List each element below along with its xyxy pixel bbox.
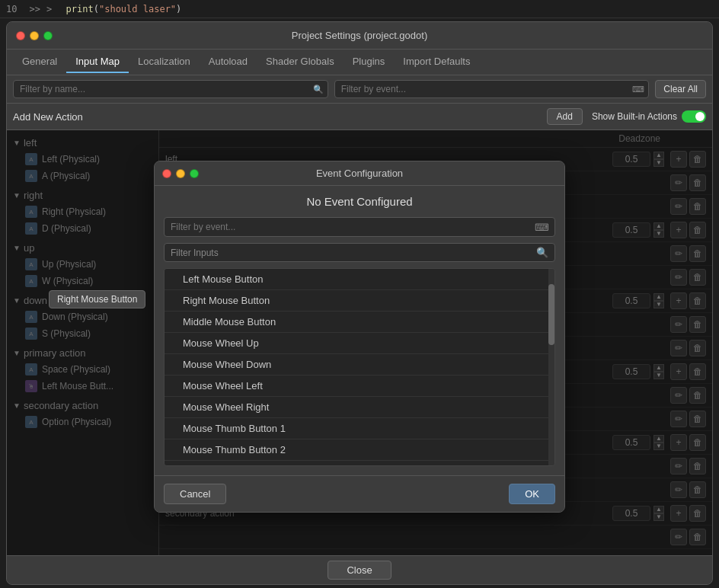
list-item[interactable]: Joypad Buttons... bbox=[165, 461, 554, 466]
list-item[interactable]: Mouse Thumb Button 2 bbox=[165, 439, 554, 461]
close-button[interactable]: Close bbox=[328, 561, 391, 580]
list-item[interactable]: Mouse Wheel Right bbox=[165, 397, 554, 418]
filter-name-input[interactable] bbox=[13, 80, 328, 98]
dialog-close-light[interactable] bbox=[162, 169, 171, 178]
tab-autoload[interactable]: Autoload bbox=[200, 51, 257, 73]
event-dialog-footer: Cancel OK bbox=[155, 475, 564, 512]
add-action-label: Add New Action bbox=[13, 111, 547, 123]
scrollbar-thumb[interactable] bbox=[548, 284, 554, 345]
close-traffic-light[interactable] bbox=[16, 31, 25, 40]
filter-name-wrap: 🔍 bbox=[13, 80, 328, 98]
scrollbar-track bbox=[548, 269, 554, 465]
list-item[interactable]: Mouse Thumb Button 1 bbox=[165, 418, 554, 439]
show-built-in-container: Show Built-in Actions bbox=[592, 110, 706, 123]
event-configuration-dialog: Event Configuration No Event Configured … bbox=[154, 161, 565, 513]
filter-inputs-bar[interactable]: Filter Inputs 🔍 bbox=[164, 243, 555, 262]
add-action-button[interactable]: Add bbox=[547, 108, 583, 125]
bottom-bar: Close bbox=[7, 555, 712, 584]
event-list: Left Mouse Button Right Mouse Button Mid… bbox=[164, 268, 555, 466]
search-name-icon: 🔍 bbox=[313, 85, 324, 94]
event-dialog-body: No Event Configured ⌨ Filter Inputs 🔍 Le… bbox=[155, 186, 564, 475]
event-keyboard-icon: ⌨ bbox=[535, 222, 549, 233]
content-area: ▼ left A Left (Physical) A A (Physical) … bbox=[7, 130, 712, 555]
code-function: print bbox=[66, 4, 94, 14]
dialog-min-light[interactable] bbox=[176, 169, 185, 178]
toggle-knob bbox=[695, 112, 705, 121]
minimize-traffic-light[interactable] bbox=[30, 31, 39, 40]
dialog-ok-button[interactable]: OK bbox=[509, 484, 555, 504]
tab-general[interactable]: General bbox=[13, 51, 66, 73]
filter-bar: 🔍 ⌨ Clear All bbox=[7, 75, 712, 104]
list-item[interactable]: Left Mouse Button bbox=[165, 269, 554, 290]
event-filter-wrap: ⌨ bbox=[164, 217, 555, 237]
code-paren: ( bbox=[94, 4, 99, 14]
filter-inputs-label: Filter Inputs bbox=[171, 248, 536, 258]
event-dialog-titlebar: Event Configuration bbox=[155, 161, 564, 186]
modal-overlay: Event Configuration No Event Configured … bbox=[7, 130, 712, 555]
code-paren-close: ) bbox=[176, 4, 181, 14]
window-title: Project Settings (project.godot) bbox=[292, 30, 427, 41]
list-item[interactable]: Mouse Wheel Down bbox=[165, 354, 554, 375]
arrow1: >> bbox=[29, 4, 40, 14]
dialog-traffic-lights bbox=[162, 169, 199, 178]
dialog-max-light[interactable] bbox=[190, 169, 199, 178]
keyboard-icon: ⌨ bbox=[632, 85, 644, 94]
filter-event-wrap: ⌨ bbox=[334, 80, 650, 98]
list-item[interactable]: Mouse Wheel Left bbox=[165, 375, 554, 397]
show-built-in-toggle[interactable] bbox=[682, 110, 706, 123]
tab-input-map[interactable]: Input Map bbox=[66, 51, 129, 73]
tab-import-defaults[interactable]: Import Defaults bbox=[394, 51, 479, 73]
line-number: 10 bbox=[6, 4, 17, 14]
window-titlebar: Project Settings (project.godot) bbox=[7, 22, 712, 50]
code-bar: 10 >> > print("should laser") bbox=[0, 0, 719, 18]
filter-event-input[interactable] bbox=[334, 80, 650, 98]
event-filter-input[interactable] bbox=[164, 217, 555, 237]
no-event-title: No Event Configured bbox=[164, 195, 555, 208]
main-window: Project Settings (project.godot) General… bbox=[6, 21, 713, 585]
tab-localization[interactable]: Localization bbox=[129, 51, 200, 73]
tabs-bar: General Input Map Localization Autoload … bbox=[7, 50, 712, 75]
filter-inputs-search-icon: 🔍 bbox=[536, 247, 548, 258]
show-built-in-label: Show Built-in Actions bbox=[592, 111, 677, 122]
clear-all-button[interactable]: Clear All bbox=[655, 80, 706, 98]
tab-shader-globals[interactable]: Shader Globals bbox=[257, 51, 344, 73]
event-dialog-title: Event Configuration bbox=[316, 168, 403, 179]
add-action-bar: Add New Action Add Show Built-in Actions bbox=[7, 104, 712, 130]
dialog-cancel-button[interactable]: Cancel bbox=[164, 484, 226, 504]
maximize-traffic-light[interactable] bbox=[43, 31, 53, 40]
list-item[interactable]: Right Mouse Button bbox=[165, 290, 554, 312]
list-item[interactable]: Mouse Wheel Up bbox=[165, 333, 554, 354]
traffic-lights bbox=[16, 31, 53, 40]
list-item[interactable]: Middle Mouse Button bbox=[165, 312, 554, 333]
code-string: "should laser" bbox=[99, 4, 176, 14]
tab-plugins[interactable]: Plugins bbox=[344, 51, 395, 73]
arrow2: > bbox=[46, 4, 52, 14]
